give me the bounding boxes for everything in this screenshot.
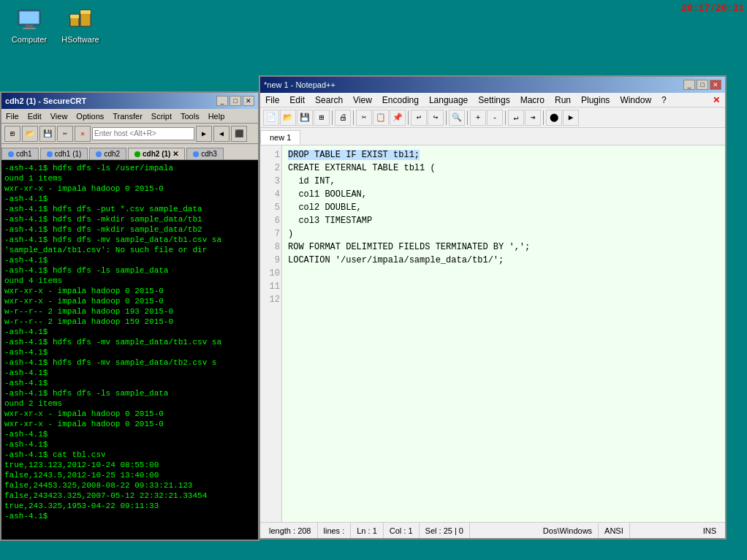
terminal-line: -ash-4.1$ hdfs dfs -mv sample_data/tb1.c… [4, 337, 255, 347]
menu-help[interactable]: Help [204, 110, 230, 122]
notepad-minimize[interactable]: _ [683, 80, 695, 90]
np-tb-find[interactable]: 🔍 [449, 110, 465, 126]
securecrt-maximize[interactable]: □ [230, 96, 241, 106]
np-menu-help[interactable]: ? [656, 94, 672, 107]
menu-script[interactable]: Script [147, 110, 176, 122]
np-tb-redo[interactable]: ↪ [428, 110, 444, 126]
svg-rect-7 [80, 10, 91, 14]
tb-connect[interactable]: ▶ [196, 126, 212, 142]
status-encoding: ANSI [599, 523, 630, 538]
np-menu-settings[interactable]: Settings [473, 94, 515, 107]
host-input[interactable] [92, 127, 194, 140]
tb-btn-6[interactable]: ⬛ [231, 126, 247, 142]
securecrt-titlebar[interactable]: cdh2 (1) - SecureCRT _ □ ✕ [1, 93, 258, 109]
np-tb-zoom-out[interactable]: - [487, 110, 503, 126]
menu-file[interactable]: File [1, 110, 23, 122]
np-menu-plugins[interactable]: Plugins [576, 94, 615, 107]
terminal-line: -ash-4.1$ [4, 378, 255, 388]
code-line-9: LOCATION '/user/impala/sample_data/tb1/'… [288, 254, 719, 267]
securecrt-menubar: File Edit View Options Transfer Script T… [1, 109, 258, 124]
np-menu-file[interactable]: File [260, 94, 284, 107]
np-menu-search[interactable]: Search [310, 94, 348, 107]
menu-edit[interactable]: Edit [23, 110, 46, 122]
terminal-line: -ash-4.1$ [4, 255, 255, 265]
computer-icon-label: Computer [12, 35, 47, 44]
securecrt-close[interactable]: ✕ [243, 96, 254, 106]
tb-btn-3[interactable]: 💾 [39, 126, 56, 142]
np-tb-run[interactable]: ▶ [563, 110, 579, 126]
np-menu-window[interactable]: Window [615, 94, 656, 107]
securecrt-win-controls: _ □ ✕ [216, 96, 254, 106]
terminal-line: ound 1 items [4, 173, 255, 183]
np-tb-wrap[interactable]: ↵ [508, 110, 524, 126]
status-length: length : 208 [263, 523, 318, 538]
scrt-tab-cdh3[interactable]: cdh3 [186, 148, 224, 159]
terminal-line: wxr-xr-x - impala hadoop 0 2015-0 [4, 419, 255, 429]
tb-btn-2[interactable]: 📂 [22, 126, 38, 142]
np-menu-edit[interactable]: Edit [284, 94, 310, 107]
terminal-line: wxr-xr-x - impala hadoop 0 2015-0 [4, 296, 255, 306]
terminal-line: -ash-4.1$ [4, 347, 255, 357]
np-tb-macro[interactable]: ⬤ [546, 110, 562, 126]
np-tb-indent[interactable]: ⇥ [525, 110, 541, 126]
menu-options[interactable]: Options [72, 110, 108, 122]
notepad-maximize[interactable]: □ [697, 80, 708, 90]
np-menu-run[interactable]: Run [550, 94, 576, 107]
np-tb-new[interactable]: 📄 [263, 110, 279, 126]
securecrt-toolbar: ⊞ 📂 💾 ✂ ✕ ▶ ◀ ⬛ [1, 124, 258, 144]
notepad-title: *new 1 - Notepad++ [264, 80, 335, 89]
np-menu-x[interactable]: ✕ [708, 94, 725, 107]
code-line-3: id INT, [288, 175, 719, 188]
np-tb-undo[interactable]: ↩ [411, 110, 427, 126]
securecrt-window: cdh2 (1) - SecureCRT _ □ ✕ File Edit Vie… [0, 91, 259, 541]
np-tb-cut[interactable]: ✂ [356, 110, 372, 126]
terminal-line: -ash-4.1$ hdfs dfs -ls /user/impala [4, 163, 255, 173]
menu-transfer[interactable]: Transfer [108, 110, 147, 122]
notepad-close[interactable]: ✕ [710, 80, 721, 90]
line-numbers: 1 2 3 4 5 6 7 8 9 10 11 12 [260, 145, 282, 522]
scrt-tab-cdh2-1[interactable]: cdh2 (1) ✕ [128, 148, 185, 159]
np-tb-print[interactable]: 🖨 [335, 110, 351, 126]
np-menu-view[interactable]: View [348, 94, 377, 107]
securecrt-minimize[interactable]: _ [216, 96, 228, 106]
code-area[interactable]: DROP TABLE IF EXIST tbl1; CREATE EXTERNA… [282, 145, 725, 522]
tb-btn-x[interactable]: ✕ [75, 126, 91, 142]
status-ln: Ln : 1 [351, 523, 384, 538]
tb-btn-4[interactable]: ✂ [57, 126, 73, 142]
terminal-line: -ash-4.1$ [4, 511, 255, 521]
terminal-line: -ash-4.1$ hdfs dfs -mv sample_data/tb2.c… [4, 357, 255, 368]
terminal-line: -ash-4.1$ hdfs dfs -ls sample_data [4, 388, 255, 398]
svg-rect-2 [26, 25, 33, 28]
scrt-tab-cdh2[interactable]: cdh2 [89, 148, 126, 159]
scrt-tab-cdh1-1[interactable]: cdh1 (1) [40, 148, 88, 159]
np-tb-save[interactable]: 💾 [297, 110, 313, 126]
np-tb-copy[interactable]: 📋 [373, 110, 389, 126]
scrt-tab-cdh1[interactable]: cdh1 [1, 148, 39, 159]
np-tb-zoom-in[interactable]: + [470, 110, 486, 126]
desktop-icon-computer[interactable]: Computer [7, 7, 51, 44]
np-tb-paste[interactable]: 📌 [390, 110, 406, 126]
notepad-tabs: new 1 [260, 128, 725, 145]
np-tb-saveall[interactable]: ⊞ [314, 110, 330, 126]
notepad-toolbar: 📄 📂 💾 ⊞ 🖨 ✂ 📋 📌 ↩ ↪ 🔍 + - ↵ ⇥ ⬤ ▶ [260, 107, 725, 128]
tb-btn-5[interactable]: ◀ [213, 126, 230, 142]
terminal-line: -ash-4.1$ hdfs dfs -mkdir sample_data/tb… [4, 214, 255, 224]
np-tb-open[interactable]: 📂 [280, 110, 296, 126]
np-menu-language[interactable]: Language [424, 94, 473, 107]
status-ins: INS [697, 523, 722, 538]
tb-btn-1[interactable]: ⊞ [4, 126, 20, 142]
terminal-line: -ash-4.1$ cat tbl.csv [4, 450, 255, 460]
desktop-icon-hsoftware[interactable]: HSoftware [58, 7, 102, 44]
notepad-editor[interactable]: 1 2 3 4 5 6 7 8 9 10 11 12 DROP TABLE IF… [260, 145, 725, 522]
terminal-line: -ash-4.1$ hdfs dfs -ls sample_data [4, 265, 255, 276]
hsoftware-icon [67, 7, 94, 34]
np-tab-new1[interactable]: new 1 [260, 130, 300, 145]
svg-rect-3 [23, 28, 36, 29]
code-line-7: ) [288, 227, 719, 241]
notepad-titlebar[interactable]: *new 1 - Notepad++ _ □ ✕ [260, 77, 725, 93]
np-menu-macro[interactable]: Macro [515, 94, 550, 107]
menu-tools[interactable]: Tools [176, 110, 204, 122]
menu-view[interactable]: View [46, 110, 72, 122]
terminal-line: -ash-4.1$ [4, 327, 255, 337]
np-menu-encoding[interactable]: Encoding [377, 94, 424, 107]
